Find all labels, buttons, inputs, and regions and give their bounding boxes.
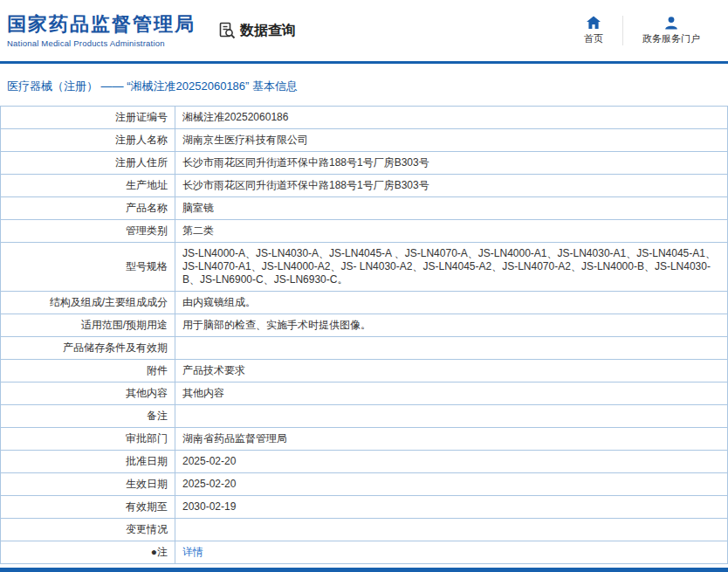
data-query-nav[interactable]: 数据查询 (218, 22, 296, 40)
info-table: 注册证编号湘械注准20252060186注册人名称湖南京生医疗科技有限公司注册人… (0, 106, 728, 564)
row-label: 型号规格 (1, 243, 175, 292)
row-label: 结构及组成/主要组成成分 (1, 292, 175, 314)
table-row: 备注 (1, 405, 728, 428)
table-row: 注册人名称湖南京生医疗科技有限公司 (1, 129, 728, 152)
row-value: 长沙市雨花区同升街道环保中路188号1号厂房B303号 (175, 175, 728, 197)
data-query-icon (218, 22, 236, 39)
portal-link[interactable]: 政务服务门户 (623, 16, 719, 45)
row-value: 湖南京生医疗科技有限公司 (175, 129, 728, 152)
table-row: 产品名称脑室镜 (1, 197, 728, 220)
org-name-en: National Medical Products Administration (7, 38, 196, 48)
row-value: 湘械注准20252060186 (175, 107, 728, 129)
table-row: 生效日期2025-02-20 (1, 473, 728, 496)
row-label: 有效期至 (1, 496, 175, 519)
user-icon (663, 16, 679, 30)
row-label: 备注 (1, 405, 175, 428)
row-value: 脑室镜 (175, 197, 728, 220)
row-value: 产品技术要求 (175, 360, 728, 382)
table-row: 生产地址长沙市雨花区同升街道环保中路188号1号厂房B303号 (1, 175, 728, 197)
table-row: 注册人住所长沙市雨花区同升街道环保中路188号1号厂房B303号 (1, 152, 728, 175)
header-divider (0, 61, 728, 64)
table-row: 注册证编号湘械注准20252060186 (1, 107, 728, 129)
row-label: 产品名称 (1, 197, 175, 220)
row-value: JS-LN4000-A、JS-LN4030-A、JS-LN4045-A 、JS-… (175, 243, 728, 292)
row-label: 生效日期 (1, 473, 175, 496)
row-value: 2025-02-20 (175, 451, 728, 473)
table-row: 附件产品技术要求 (1, 360, 728, 382)
org-name-cn: 国家药品监督管理局 (7, 13, 196, 36)
row-value (175, 405, 728, 428)
row-value: 长沙市雨花区同升街道环保中路188号1号厂房B303号 (175, 152, 728, 175)
row-value: 其他内容 (175, 382, 728, 405)
row-value: 2030-02-19 (175, 496, 728, 519)
row-label: 产品储存条件及有效期 (1, 337, 175, 360)
home-icon (586, 16, 601, 30)
row-value: 湖南省药品监督管理局 (175, 428, 728, 451)
row-label: 适用范围/预期用途 (1, 314, 175, 337)
table-row: 适用范围/预期用途用于脑部的检查、实施手术时提供图像。 (1, 314, 728, 337)
info-table-body: 注册证编号湘械注准20252060186注册人名称湖南京生医疗科技有限公司注册人… (1, 107, 728, 564)
table-row: ●注详情 (1, 541, 728, 564)
home-link[interactable]: 首页 (565, 16, 622, 45)
breadcrumb: 医疗器械（注册） —— “湘械注准20252060186” 基本信息 (7, 79, 728, 94)
row-label: 生产地址 (1, 175, 175, 197)
row-label: 管理类别 (1, 220, 175, 243)
row-value (175, 519, 728, 541)
table-row: 型号规格JS-LN4000-A、JS-LN4030-A、JS-LN4045-A … (1, 243, 728, 292)
home-label: 首页 (584, 32, 603, 45)
table-row: 变更情况 (1, 519, 728, 541)
table-row: 管理类别第二类 (1, 220, 728, 243)
table-row: 审批部门湖南省药品监督管理局 (1, 428, 728, 451)
table-row: 批准日期2025-02-20 (1, 451, 728, 473)
row-label: 其他内容 (1, 382, 175, 405)
site-header: 国家药品监督管理局 National Medical Products Admi… (0, 0, 728, 61)
row-label: 注册证编号 (1, 107, 175, 129)
data-query-label: 数据查询 (240, 22, 296, 40)
header-links: 首页 政务服务门户 (565, 16, 719, 45)
site-logo: 国家药品监督管理局 National Medical Products Admi… (7, 13, 196, 48)
row-label: 审批部门 (1, 428, 175, 451)
row-value: 用于脑部的检查、实施手术时提供图像。 (175, 314, 728, 337)
detail-link[interactable]: 详情 (182, 546, 203, 558)
row-label: ●注 (1, 541, 175, 564)
table-row: 其他内容其他内容 (1, 382, 728, 405)
footer-bar (0, 568, 728, 572)
table-row: 产品储存条件及有效期 (1, 337, 728, 360)
row-value (175, 337, 728, 360)
row-label: 附件 (1, 360, 175, 382)
table-row: 结构及组成/主要组成成分由内窥镜组成。 (1, 292, 728, 314)
row-value: 第二类 (175, 220, 728, 243)
row-label: 注册人名称 (1, 129, 175, 152)
row-label: 变更情况 (1, 519, 175, 541)
row-value: 详情 (175, 541, 728, 564)
row-value: 由内窥镜组成。 (175, 292, 728, 314)
row-label: 注册人住所 (1, 152, 175, 175)
row-value: 2025-02-20 (175, 473, 728, 496)
table-row: 有效期至2030-02-19 (1, 496, 728, 519)
portal-label: 政务服务门户 (642, 32, 700, 45)
row-label: 批准日期 (1, 451, 175, 473)
